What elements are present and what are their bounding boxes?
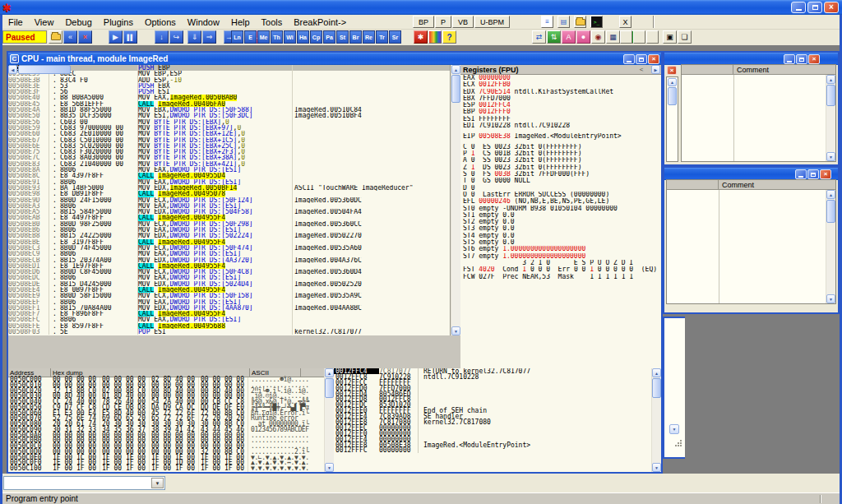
help-icon[interactable]: ? bbox=[442, 30, 456, 44]
register-line[interactable]: T 0 GS 0000 NULL bbox=[460, 178, 661, 184]
disasm-row[interactable]: 00508E3B.83C4 F0ADD ESP,-10 bbox=[8, 77, 450, 83]
disasm-row[interactable]: 00508E67.C683 C5010000 00MOV BYTE PTR DS… bbox=[8, 137, 450, 143]
register-line[interactable]: EBP 0012FFF0 bbox=[460, 109, 661, 115]
comment-window-1-titlebar[interactable]: × bbox=[664, 53, 838, 65]
register-line[interactable]: FST 4020 Cond 1 0 0 0 Err 0 0 1 0 0 0 0 … bbox=[460, 266, 661, 273]
disasm-row[interactable]: 00508E91.8B06MOV EAX,DWORD PTR DS:[ESI] bbox=[8, 179, 450, 185]
minimize-button[interactable] bbox=[784, 54, 795, 64]
stack-scrollbar[interactable]: ▲ ▼ bbox=[651, 368, 661, 472]
register-line[interactable]: EFL 00000246 (NO,NB,E,BE,NS,PE,GE,LE) bbox=[460, 198, 661, 205]
minimize-button[interactable] bbox=[791, 2, 806, 13]
panel-button-tr[interactable]: Tr bbox=[376, 30, 388, 44]
register-line[interactable]: P 1 CS 001B 32bit 0(FFFFFFFF) bbox=[460, 150, 661, 157]
panel-button-sr[interactable]: Sr bbox=[389, 30, 401, 44]
panel-button-me[interactable]: Me bbox=[257, 30, 270, 44]
disasm-row[interactable]: 00508E3E.53PUSH EBX bbox=[8, 83, 450, 89]
register-line[interactable]: ST7 empty 1.0000000000000000000 bbox=[460, 253, 661, 260]
tile-windows-icon[interactable]: ▣ bbox=[663, 30, 677, 44]
disasm-row[interactable]: 00508E45.E8 56B1EFFFCALL ImageRed.00406F… bbox=[8, 101, 450, 107]
scrollbar-thumb[interactable] bbox=[18, 65, 71, 74]
menu-item-tools[interactable]: Tools bbox=[256, 17, 289, 27]
disasm-row[interactable]: 00508E59.C683 97000000 00MOV BYTE PTR DS… bbox=[8, 125, 450, 131]
panel-button-re[interactable]: Re bbox=[363, 30, 375, 44]
menu-item-view[interactable]: View bbox=[29, 17, 60, 27]
scroll-down-button[interactable]: ▼ bbox=[325, 463, 334, 472]
disasm-row[interactable]: 00508E60.C683 2E010000 00MOV BYTE PTR DS… bbox=[8, 131, 450, 136]
record-icon[interactable]: ● bbox=[576, 30, 590, 44]
minimize-button[interactable] bbox=[623, 54, 635, 64]
disasm-row[interactable]: 00508EFE.E8 8597F8FFCALL ImageRed.004956… bbox=[8, 323, 450, 329]
scrollbar-thumb[interactable] bbox=[325, 378, 334, 398]
disasm-row[interactable]: 00508EBE.E8 3197F8FFCALL ImageRed.004955… bbox=[8, 239, 450, 245]
register-line[interactable]: ST1 empty 0.0 bbox=[460, 212, 661, 219]
register-line[interactable]: ST2 empty 0.0 bbox=[460, 219, 661, 225]
disassembly-pane[interactable]: 00508E38$55PUSH EBP00508E39.8BECMOV EBP,… bbox=[8, 65, 451, 335]
scrollbar-thumb[interactable] bbox=[668, 87, 677, 105]
disasm-row[interactable]: 00508E50.8B35 DCF35000MOV ESI,DWORD PTR … bbox=[8, 113, 450, 118]
disassembly-scrollbar[interactable]: ▲ ▼ bbox=[451, 65, 460, 335]
scrollbar-thumb[interactable] bbox=[826, 85, 835, 106]
step-over-icon[interactable]: ↪ bbox=[169, 30, 183, 44]
disasm-row[interactable]: 00508EB8.8B15 24225000MOV EDX,DWORD PTR … bbox=[8, 233, 450, 238]
toolbar-blank-button[interactable] bbox=[620, 30, 632, 44]
panel-button-br[interactable]: Br bbox=[349, 30, 362, 44]
scroll-up-button[interactable]: ▲ bbox=[451, 65, 460, 74]
disasm-row[interactable]: 00508E8C.E8 4397F8FFCALL ImageRed.004955… bbox=[8, 173, 450, 178]
register-line[interactable]: ST6 empty 1.0000000000000000000 bbox=[460, 246, 661, 252]
register-line[interactable]: D 0 bbox=[460, 185, 661, 192]
registers-pane[interactable]: Registers (FPU) << EAX 00000000ECX 0012F… bbox=[460, 65, 661, 368]
hex-dump-pane[interactable]: Address Hex dump ASCII 0050C00000 00 00 … bbox=[8, 368, 324, 472]
scroll-down-button[interactable]: ▼ bbox=[826, 152, 835, 161]
header-column-blank[interactable] bbox=[682, 65, 733, 74]
disasm-row[interactable]: 00508F03.5EPOP ESIkernel32.7C817077 bbox=[8, 329, 450, 335]
animate-into-icon[interactable]: ⇓ bbox=[187, 30, 201, 44]
disasm-row[interactable]: 00508EEF.8B06MOV EAX,DWORD PTR DS:[ESI] bbox=[8, 299, 450, 305]
chevron-left-icon[interactable]: < bbox=[640, 66, 644, 73]
patch-icon[interactable]: ▦ bbox=[606, 30, 620, 44]
stack-pane[interactable]: 0012FFC47C817077RETURN to kernel32.7C817… bbox=[334, 368, 651, 472]
scroll-up-button[interactable]: ▲ bbox=[652, 368, 661, 377]
command-combobox[interactable]: ▼ bbox=[3, 476, 165, 490]
disasm-row[interactable]: 00508EB6.8B06MOV EAX,DWORD PTR DS:[ESI] bbox=[8, 227, 450, 233]
panel-button-ln[interactable]: Ln bbox=[231, 30, 243, 44]
appearance-icon[interactable] bbox=[428, 30, 442, 44]
sync-icon[interactable]: ⇅ bbox=[547, 30, 561, 44]
register-line[interactable]: ST5 empty 0.0 bbox=[460, 239, 661, 246]
scroll-up-button[interactable]: ▲ bbox=[325, 368, 334, 377]
register-line[interactable]: EDI 7C910228 ntdll.7C910228 bbox=[460, 123, 661, 129]
scroll-down-button[interactable]: ▼ bbox=[669, 424, 679, 434]
close-button[interactable]: × bbox=[824, 2, 839, 13]
animate-over-icon[interactable]: ⇒ bbox=[202, 30, 216, 44]
vertical-scrollbar[interactable]: ▲ ▼ bbox=[826, 75, 835, 161]
menu-button-p[interactable]: P bbox=[435, 16, 451, 28]
comment-window-2-titlebar[interactable]: × bbox=[664, 168, 838, 180]
disasm-row[interactable]: 00508E7C.C683 8A030000 00MOV BYTE PTR DS… bbox=[8, 155, 450, 160]
disasm-row[interactable]: 00508E75.C683 F3020000 00MOV BYTE PTR DS… bbox=[8, 149, 450, 155]
register-line[interactable]: ST3 empty 0.0 bbox=[460, 225, 661, 232]
register-line[interactable]: ST0 empty -UNORM B938 01050104 00000000 bbox=[460, 206, 661, 212]
panel-button-ha[interactable]: Ha bbox=[297, 30, 309, 44]
disasm-row[interactable]: 00508EE9.8B0D 58F15000MOV ECX,DWORD PTR … bbox=[8, 293, 450, 298]
close-button[interactable]: × bbox=[808, 54, 820, 64]
menu-item-help[interactable]: Help bbox=[225, 17, 256, 27]
register-line[interactable]: ESP 0012FFC4 bbox=[460, 102, 661, 109]
disasm-row[interactable]: 00508EF1.8B15 70A84A00MOV EDX,DWORD PTR … bbox=[8, 305, 450, 311]
restart-icon[interactable]: « bbox=[63, 30, 77, 44]
register-line[interactable]: EAX 00000000 bbox=[460, 75, 661, 81]
menu-item-breakpoint[interactable]: BreakPoint-> bbox=[288, 17, 352, 27]
maximize-button[interactable] bbox=[807, 169, 819, 179]
disasm-row[interactable]: 00508ED6.8B0D C8F45000MOV ECX,DWORD PTR … bbox=[8, 269, 450, 275]
toolbar-blank-button[interactable] bbox=[646, 30, 659, 44]
menu-item-debug[interactable]: Debug bbox=[59, 17, 97, 27]
disasm-row[interactable]: 00508EAB.E8 4497F8FFCALL ImageRed.004955… bbox=[8, 215, 450, 220]
close-program-icon[interactable]: × bbox=[78, 30, 92, 44]
disasm-row[interactable]: 00508E3F.56PUSH ESI bbox=[8, 89, 450, 95]
disasm-row[interactable]: 00508E6E.C683 5C020000 00MOV BYTE PTR DS… bbox=[8, 143, 450, 149]
menu-button-bp[interactable]: BP bbox=[413, 16, 434, 28]
menu-button-u-bpm[interactable]: U-BPM bbox=[474, 16, 510, 28]
scroll-left-button[interactable]: ◀ bbox=[8, 65, 17, 74]
panel-button-st[interactable]: St bbox=[336, 30, 349, 44]
disasm-row[interactable]: 00508ECB.8B15 20374A00MOV EDX,DWORD PTR … bbox=[8, 257, 450, 263]
disasm-row[interactable]: 00508EA3.8B06MOV EAX,DWORD PTR DS:[ESI] bbox=[8, 203, 450, 209]
disasm-row[interactable]: 00508EC9.8B06MOV EAX,DWORD PTR DS:[ESI] bbox=[8, 251, 450, 257]
